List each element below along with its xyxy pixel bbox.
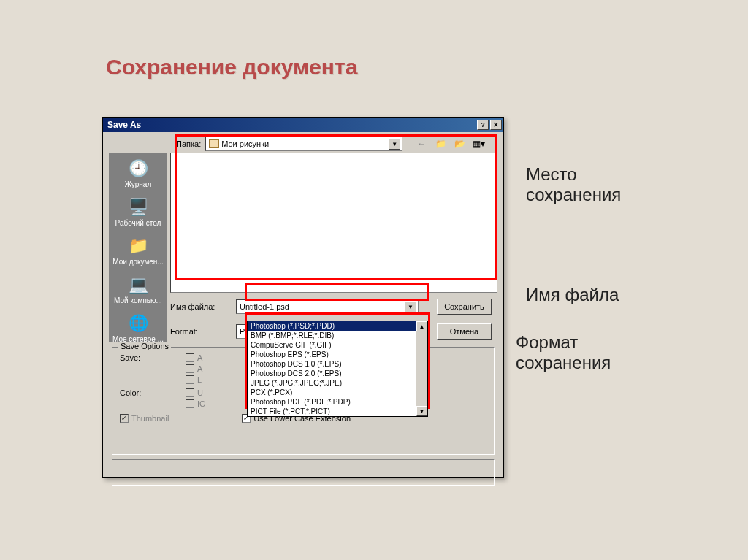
desktop-icon: 🖥️ [126,197,150,218]
format-option[interactable]: PCX (*.PCX) [248,388,416,397]
places-label: Рабочий стол [115,219,161,227]
network-icon: 🌐 [126,313,150,334]
chevron-down-icon[interactable]: ▼ [389,138,400,150]
save-option-checkbox[interactable]: A [186,364,202,373]
titlebar: Save As ? ✕ [103,118,503,132]
slide-title: Сохранение документа [106,55,357,80]
places-bar: 🕘 Журнал 🖥️ Рабочий стол 📁 Мои докумен..… [109,153,167,342]
save-as-dialog: Save As ? ✕ Папка: Мои рисунки ▼ ← 📁 📂 ▦… [102,117,504,478]
places-network[interactable]: 🌐 Мое сетевое ... [109,312,167,345]
save-option-checkbox[interactable]: L [186,375,202,384]
thumbnail-checkbox[interactable]: ✓ Thumbnail [120,414,169,423]
filename-value: Untitled-1.psd [240,302,289,311]
format-option[interactable]: Photoshop DCS 1.0 (*.EPS) [248,359,416,369]
annotation-filename: Имя файла [526,285,619,305]
color-option-checkbox[interactable]: U [186,388,205,397]
help-icon[interactable]: ? [477,120,489,130]
format-option[interactable]: PICT File (*.PCT;*.PICT) [248,407,416,416]
save-button[interactable]: Сохранить [437,299,492,315]
save-options-title: Save Options [118,342,171,350]
save-sublabel: Save: [120,353,164,362]
places-label: Мои докумен... [112,258,163,266]
format-option[interactable]: Photoshop (*.PSD;*.PDD) [248,321,416,331]
format-option[interactable]: Photoshop DCS 2.0 (*.EPS) [248,369,416,378]
computer-icon: 💻 [126,275,150,295]
places-desktop[interactable]: 🖥️ Рабочий стол [109,196,167,229]
scrollbar[interactable]: ▲ ▼ [416,321,427,416]
format-option[interactable]: BMP (*.BMP;*.RLE;*.DIB) [248,331,416,340]
new-folder-icon[interactable]: 📂 [452,137,467,151]
file-list[interactable] [170,153,497,293]
folder-label: Папка: [176,139,201,148]
close-icon[interactable]: ✕ [490,120,502,130]
folder-combo[interactable]: Мои рисунки ▼ [205,137,402,151]
filename-label: Имя файла: [170,302,229,311]
places-documents[interactable]: 📁 Мои докумен... [109,234,167,267]
format-option[interactable]: Photoshop PDF (*.PDF;*.PDP) [248,397,416,407]
scroll-down-icon[interactable]: ▼ [416,406,427,416]
places-label: Мой компью... [114,296,162,304]
cancel-button[interactable]: Отмена [437,323,492,340]
filename-input[interactable]: Untitled-1.psd ▼ [236,299,419,314]
chevron-down-icon[interactable]: ▼ [405,301,416,312]
up-folder-icon[interactable]: 📁 [433,137,448,151]
history-icon: 🕘 [126,158,150,179]
format-option[interactable]: Photoshop EPS (*.EPS) [248,350,416,359]
folder-value: Мои рисунки [221,139,269,148]
documents-icon: 📁 [126,236,150,256]
format-option[interactable]: JPEG (*.JPG;*.JPEG;*.JPE) [248,378,416,388]
thumbnail-label: Thumbnail [131,414,169,423]
save-option-checkbox[interactable]: A [186,353,202,362]
format-label: Format: [170,327,229,336]
places-computer[interactable]: 💻 Мой компью... [109,273,167,306]
view-menu-icon[interactable]: ▦▾ [471,137,486,151]
places-label: Журнал [125,180,152,188]
annotation-format: Форматсохранения [516,332,611,373]
back-icon[interactable]: ← [414,137,429,151]
folder-icon [209,139,219,148]
places-history[interactable]: 🕘 Журнал [109,157,167,190]
format-option[interactable]: CompuServe GIF (*.GIF) [248,340,416,350]
format-dropdown-list[interactable]: Photoshop (*.PSD;*.PDD)BMP (*.BMP;*.RLE;… [247,321,428,417]
titlebar-text: Save As [107,120,141,130]
color-sublabel: Color: [120,388,164,397]
info-box [112,459,495,486]
annotation-location: Местосохранения [526,164,621,205]
color-option-checkbox[interactable]: IC [186,399,205,408]
scroll-up-icon[interactable]: ▲ [416,321,427,331]
